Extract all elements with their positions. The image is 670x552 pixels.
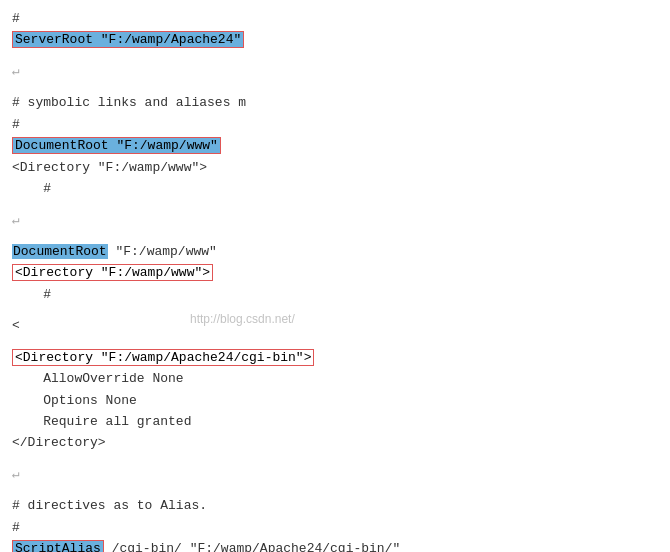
directory3-line: <Directory "F:/wamp/Apache24/cgi-bin"> (12, 347, 658, 368)
comment2-line: # directives as to Alias. (12, 495, 658, 516)
directory3-highlight: <Directory "F:/wamp/Apache24/cgi-bin"> (12, 349, 314, 366)
empty-line (12, 337, 658, 347)
comment-line: # symbolic links and aliases m (12, 92, 658, 113)
arrow-line: ↵ (12, 210, 658, 231)
directory1-line: <Directory "F:/wamp/www"> (12, 157, 658, 178)
docroot2-line: DocumentRoot "F:/wamp/www" (12, 241, 658, 262)
arrow-line: ↵ (12, 464, 658, 485)
lt-line: < (12, 315, 658, 336)
empty-line (12, 485, 658, 495)
scriptalias-keyword: ScriptAlias (12, 540, 104, 552)
empty-line (12, 454, 658, 464)
allowoverride-line: AllowOverride None (12, 368, 658, 389)
directory2-highlight: <Directory "F:/wamp/www"> (12, 264, 213, 281)
closedir-line: </Directory> (12, 432, 658, 453)
arrow-line: ↵ (12, 61, 658, 82)
code-container: # ServerRoot "F:/wamp/Apache24" ↵ # symb… (0, 0, 670, 552)
docroot1-line: DocumentRoot "F:/wamp/www" (12, 135, 658, 156)
code-line: # (12, 8, 658, 29)
empty-line (12, 305, 658, 315)
indent-hash-line: # (12, 178, 658, 199)
indent-hash2-line: # (12, 284, 658, 305)
directory2-line: <Directory "F:/wamp/www"> (12, 262, 658, 283)
options-line: Options None (12, 390, 658, 411)
scriptalias-line: ScriptAlias /cgi-bin/ "F:/wamp/Apache24/… (12, 538, 658, 552)
serverroot-line: ServerRoot "F:/wamp/Apache24" (12, 29, 658, 50)
hash-line: # (12, 114, 658, 135)
empty-line (12, 82, 658, 92)
empty-line (12, 51, 658, 61)
hash3-line: # (12, 517, 658, 538)
empty-line (12, 200, 658, 210)
docroot1-highlight: DocumentRoot "F:/wamp/www" (12, 137, 221, 154)
empty-line (12, 231, 658, 241)
require-line: Require all granted (12, 411, 658, 432)
docroot2-keyword: DocumentRoot (12, 244, 108, 259)
serverroot-highlight: ServerRoot "F:/wamp/Apache24" (12, 31, 244, 48)
